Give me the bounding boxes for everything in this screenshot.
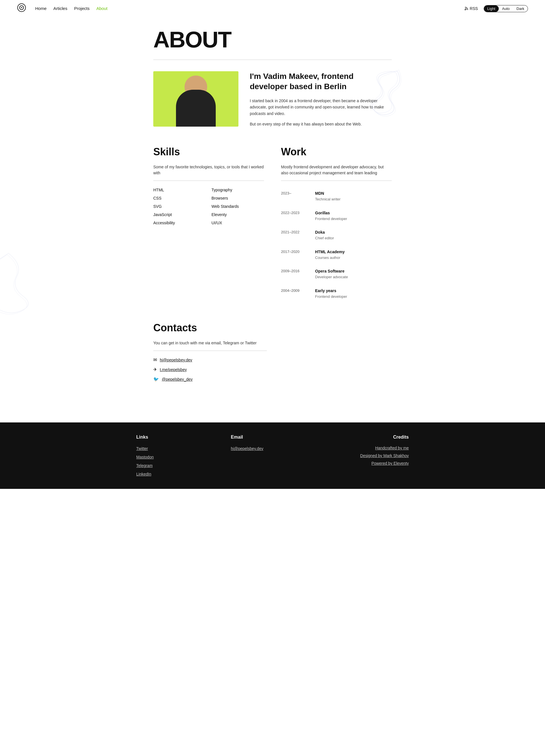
nav-projects[interactable]: Projects [74, 5, 89, 12]
skill-css: CSS [153, 195, 206, 202]
main-content: ABOUT I'm Vadim Makeev, frontend develop… [136, 17, 409, 422]
logo-link[interactable] [17, 3, 26, 14]
work-item: 2004–2009 Early years Frontend developer [281, 284, 392, 303]
work-column: Work Mostly frontend development and dev… [281, 144, 392, 303]
work-details: Doka Chief editor [315, 229, 392, 241]
work-details: Opera Software Developer advocate [315, 268, 392, 280]
footer-credits-list: Handcrafted by meDesigned by Mark Shakho… [326, 445, 409, 466]
work-details: HTML Academy Courses author [315, 249, 392, 261]
skills-title: Skills [153, 144, 264, 160]
svg-point-2 [21, 7, 22, 8]
footer-link[interactable]: Twitter [136, 446, 148, 451]
contact-icon: ✉ [153, 357, 157, 363]
skills-work-section: Skills Some of my favorite technologies,… [153, 144, 392, 303]
intro-bio: I started back in 2004 as a frontend dev… [250, 98, 392, 117]
skill-accessibility: Accessibility [153, 219, 206, 227]
contacts-divider [153, 351, 267, 351]
footer-links-title: Links [136, 434, 219, 441]
person-silhouette [173, 73, 219, 127]
work-period: 2021–2022 [281, 229, 315, 241]
work-period: 2022–2023 [281, 210, 315, 222]
theme-light-btn[interactable]: Light [484, 5, 499, 12]
footer-link[interactable]: Mastodon [136, 455, 154, 459]
contact-link[interactable]: t.me/pepelsbey [160, 367, 187, 373]
contact-item: 🐦 @pepelsbey_dev [153, 376, 392, 383]
contact-link[interactable]: @pepelsbey_dev [162, 376, 192, 382]
site-header: Home Articles Projects About RSS Light A… [0, 0, 545, 17]
contacts-section: Contacts You can get in touch with me vi… [153, 320, 392, 383]
person-body [176, 90, 216, 127]
work-period: 2023– [281, 190, 315, 202]
work-item: 2023– MDN Technical writer [281, 187, 392, 206]
profile-card [153, 71, 238, 127]
footer-link-item: Mastodon [136, 454, 219, 460]
footer-email-link[interactable]: hi@pepelsbey.dev [231, 446, 263, 451]
skill-webstandards: Web Standards [211, 203, 264, 210]
work-role: Technical writer [315, 196, 392, 202]
work-period: 2009–2016 [281, 268, 315, 280]
footer-inner: Links TwitterMastodonTelegramLinkedIn Em… [136, 434, 409, 478]
work-company: HTML Academy [315, 249, 392, 255]
skill-svg: SVG [153, 203, 206, 210]
footer-links-list: TwitterMastodonTelegramLinkedIn [136, 445, 219, 478]
work-item: 2022–2023 Gorillas Frontend developer [281, 206, 392, 226]
intro-text: I'm Vadim Makeev, frontend developer bas… [250, 71, 392, 127]
contacts-desc: You can get in touch with me via email, … [153, 340, 392, 346]
footer-credits-title: Credits [326, 434, 409, 441]
skill-uiux: UI/UX [211, 219, 264, 227]
work-item: 2017–2020 HTML Academy Courses author [281, 245, 392, 265]
skills-desc: Some of my favorite technologies, topics… [153, 164, 264, 176]
footer-link[interactable]: Telegram [136, 463, 153, 468]
title-divider [153, 60, 392, 60]
rss-label: RSS [470, 6, 478, 12]
work-items: 2023– MDN Technical writer 2022–2023 Gor… [281, 187, 392, 303]
header-left: Home Articles Projects About [17, 3, 108, 14]
nav-articles[interactable]: Articles [53, 5, 67, 12]
footer-email-address: hi@pepelsbey.dev [231, 445, 314, 452]
footer-link-item: Telegram [136, 462, 219, 469]
contact-item: ✉ hi@pepelsbey.dev [153, 357, 392, 363]
footer-credit-link[interactable]: Designed by Mark Shakhov [326, 453, 409, 459]
footer-link-item: Twitter [136, 445, 219, 452]
rss-link[interactable]: RSS [464, 6, 478, 12]
theme-dark-btn[interactable]: Dark [513, 5, 528, 12]
contact-icon: 🐦 [153, 376, 159, 383]
rss-icon [464, 7, 468, 11]
skill-eleventy: Eleventy [211, 211, 264, 218]
intro-bio-extra: But on every step of the way it has alwa… [250, 121, 392, 127]
logo-icon [17, 3, 26, 12]
profile-photo [153, 71, 238, 127]
nav-about[interactable]: About [96, 5, 107, 12]
nav-home[interactable]: Home [35, 5, 47, 12]
skill-html: HTML [153, 187, 206, 194]
contact-list: ✉ hi@pepelsbey.dev ✈ t.me/pepelsbey 🐦 @p… [153, 357, 392, 383]
skills-divider [153, 181, 264, 181]
contact-item: ✈ t.me/pepelsbey [153, 366, 392, 373]
theme-switcher: Light Auto Dark [484, 5, 528, 12]
work-title: Work [281, 144, 392, 160]
work-company: MDN [315, 190, 392, 196]
footer-credit-link[interactable]: Handcrafted by me [326, 445, 409, 451]
skill-javascript: JavaScript [153, 211, 206, 218]
theme-auto-btn[interactable]: Auto [499, 5, 513, 12]
intro-headline: I'm Vadim Makeev, frontend developer bas… [250, 71, 392, 92]
main-nav: Home Articles Projects About [35, 5, 108, 12]
footer-link-item: LinkedIn [136, 471, 219, 478]
skill-browsers: Browsers [211, 195, 264, 202]
contact-icon: ✈ [153, 366, 157, 373]
footer-links-section: Links TwitterMastodonTelegramLinkedIn [136, 434, 219, 478]
work-divider [281, 181, 392, 181]
contact-link[interactable]: hi@pepelsbey.dev [160, 357, 192, 363]
intro-section: I'm Vadim Makeev, frontend developer bas… [153, 71, 392, 127]
skills-grid: HTML Typography CSS Browsers SVG Web Sta… [153, 187, 264, 227]
header-right: RSS Light Auto Dark [464, 5, 528, 12]
work-company: Opera Software [315, 268, 392, 274]
footer-credit-link[interactable]: Powered by Eleventy [326, 460, 409, 466]
contacts-title: Contacts [153, 320, 392, 336]
work-details: MDN Technical writer [315, 190, 392, 202]
footer-link[interactable]: LinkedIn [136, 472, 151, 476]
footer-email-title: Email [231, 434, 314, 441]
work-role: Chief editor [315, 235, 392, 241]
work-role: Developer advocate [315, 274, 392, 280]
skills-column: Skills Some of my favorite technologies,… [153, 144, 264, 303]
